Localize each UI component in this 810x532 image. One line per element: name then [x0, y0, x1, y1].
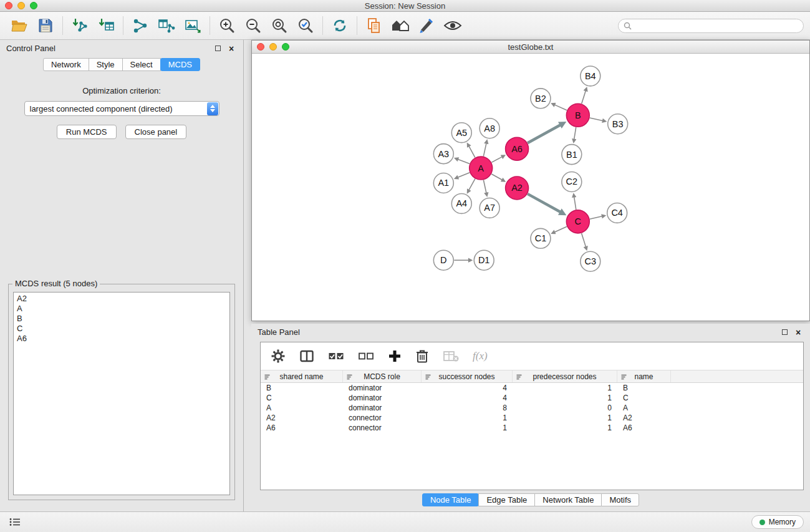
network-edge-A-A8[interactable]: [483, 143, 486, 157]
network-edge-C-C3[interactable]: [582, 233, 586, 246]
network-node-B1[interactable]: B1: [562, 145, 582, 165]
table-row[interactable]: Cdominator41C: [261, 393, 803, 403]
control-panel-tab-select[interactable]: Select: [122, 58, 161, 71]
table-cell[interactable]: 1: [513, 414, 617, 422]
control-panel-tab-mcds[interactable]: MCDS: [160, 58, 200, 71]
run-mcds-button[interactable]: Run MCDS: [57, 125, 117, 139]
network-node-A6[interactable]: A6: [506, 137, 529, 160]
table-cell[interactable]: 4: [422, 394, 513, 402]
table-float-button[interactable]: [779, 327, 790, 337]
optimization-criterion-dropdown[interactable]: largest connected component (directed): [24, 101, 219, 116]
network-node-B[interactable]: B: [566, 104, 589, 127]
table-cell[interactable]: C: [261, 394, 343, 402]
mcds-result-item[interactable]: C: [17, 324, 226, 334]
zoom-window-button[interactable]: [30, 2, 37, 9]
close-window-button[interactable]: [5, 2, 12, 9]
network-node-B3[interactable]: B3: [608, 114, 628, 134]
new-network-icon[interactable]: [131, 16, 150, 35]
network-edge-A6-B[interactable]: [528, 125, 560, 143]
network-edge-A-A6[interactable]: [491, 157, 501, 163]
show-columns-icon[interactable]: [299, 349, 314, 364]
column-header-MCDS-role[interactable]: MCDS role: [343, 370, 422, 382]
memory-button[interactable]: Memory: [751, 515, 804, 529]
table-tab-motifs[interactable]: Motifs: [601, 493, 639, 506]
network-node-B2[interactable]: B2: [531, 89, 551, 109]
table-cell[interactable]: dominator: [343, 394, 422, 402]
network-edge-A-A5[interactable]: [469, 147, 475, 158]
network-node-A4[interactable]: A4: [451, 193, 471, 213]
network-edge-A-A7[interactable]: [483, 180, 486, 193]
mcds-result-item[interactable]: A: [17, 304, 226, 314]
network-node-A1[interactable]: A1: [433, 173, 453, 193]
network-edge-C-C2[interactable]: [574, 197, 576, 210]
network-node-C3[interactable]: C3: [581, 251, 600, 271]
network-edge-B-B1[interactable]: [574, 127, 576, 139]
home-view-icon[interactable]: [391, 16, 410, 35]
search-input[interactable]: [635, 21, 798, 31]
table-tab-node-table[interactable]: Node Table: [422, 493, 480, 506]
table-row[interactable]: Bdominator41B: [261, 383, 803, 393]
network-edge-A-A4[interactable]: [469, 179, 475, 190]
table-close-button[interactable]: ×: [793, 327, 804, 337]
network-edge-C-C1[interactable]: [555, 226, 567, 232]
open-session-icon[interactable]: [10, 16, 29, 35]
table-cell[interactable]: B: [261, 384, 343, 392]
control-panel-tab-network[interactable]: Network: [43, 58, 89, 71]
column-header-successor-nodes[interactable]: successor nodes: [422, 370, 513, 382]
mcds-result-item[interactable]: A6: [17, 334, 226, 344]
network-edge-B-B3[interactable]: [590, 118, 603, 120]
network-close-button[interactable]: [257, 43, 264, 51]
table-tab-network-table[interactable]: Network Table: [534, 493, 602, 506]
control-panel-tab-style[interactable]: Style: [89, 58, 123, 71]
network-edge-A2-C[interactable]: [528, 194, 560, 212]
close-panel-button-mcds[interactable]: Close panel: [125, 125, 187, 139]
zoom-out-icon[interactable]: [244, 16, 263, 35]
zoom-fit-icon[interactable]: [270, 16, 289, 35]
column-header-shared-name[interactable]: shared name: [261, 370, 343, 382]
network-node-A8[interactable]: A8: [480, 118, 499, 138]
network-edge-B-B4[interactable]: [582, 91, 586, 104]
export-image-icon[interactable]: [183, 16, 202, 35]
table-row[interactable]: Adominator80A: [261, 403, 803, 413]
column-header-predecessor-nodes[interactable]: predecessor nodes: [513, 370, 617, 382]
network-from-table-icon[interactable]: [157, 16, 176, 35]
mcds-result-item[interactable]: B: [17, 314, 226, 324]
table-cell[interactable]: 1: [513, 384, 617, 392]
network-node-C2[interactable]: C2: [562, 172, 582, 192]
network-edge-A-A2[interactable]: [491, 174, 502, 180]
table-cell[interactable]: connector: [343, 423, 422, 432]
add-column-icon[interactable]: [388, 349, 402, 363]
network-node-C[interactable]: C: [566, 210, 589, 233]
table-cell[interactable]: A6: [617, 423, 671, 432]
table-settings-gear-icon[interactable]: [271, 349, 286, 364]
network-node-A2[interactable]: A2: [506, 177, 529, 200]
import-table-icon[interactable]: [97, 16, 115, 35]
network-node-D1[interactable]: D1: [474, 250, 494, 270]
network-edge-A-A1[interactable]: [458, 173, 470, 177]
network-node-C1[interactable]: C1: [531, 228, 551, 248]
float-panel-button[interactable]: [212, 44, 223, 54]
task-history-icon[interactable]: [7, 516, 22, 528]
table-row[interactable]: A6connector11A6: [261, 423, 803, 433]
network-edge-A-A3[interactable]: [458, 160, 470, 164]
network-node-C4[interactable]: C4: [607, 203, 627, 223]
network-node-A[interactable]: A: [470, 157, 493, 180]
table-cell[interactable]: 1: [422, 423, 513, 432]
table-cell[interactable]: A2: [261, 414, 343, 422]
table-cell[interactable]: connector: [343, 414, 422, 422]
close-panel-button[interactable]: ×: [226, 44, 237, 54]
table-cell[interactable]: dominator: [343, 404, 422, 412]
mcds-result-list[interactable]: A2ABCA6: [13, 292, 230, 495]
network-node-A5[interactable]: A5: [451, 123, 471, 143]
zoom-selected-icon[interactable]: [296, 16, 315, 35]
network-edge-C-C4[interactable]: [590, 216, 602, 219]
table-cell[interactable]: 0: [513, 404, 617, 412]
network-canvas[interactable]: B4B2BB3A5A8A6A3B1AC2A1A2A4A7C4CC1C3DD1: [252, 54, 809, 321]
save-session-icon[interactable]: [36, 16, 55, 35]
network-zoom-button[interactable]: [282, 43, 289, 51]
clipboard-icon[interactable]: [365, 16, 383, 35]
table-cell[interactable]: A6: [261, 423, 343, 432]
network-node-B4[interactable]: B4: [581, 66, 600, 86]
refresh-icon[interactable]: [330, 16, 349, 35]
column-header-name[interactable]: name: [617, 370, 671, 382]
